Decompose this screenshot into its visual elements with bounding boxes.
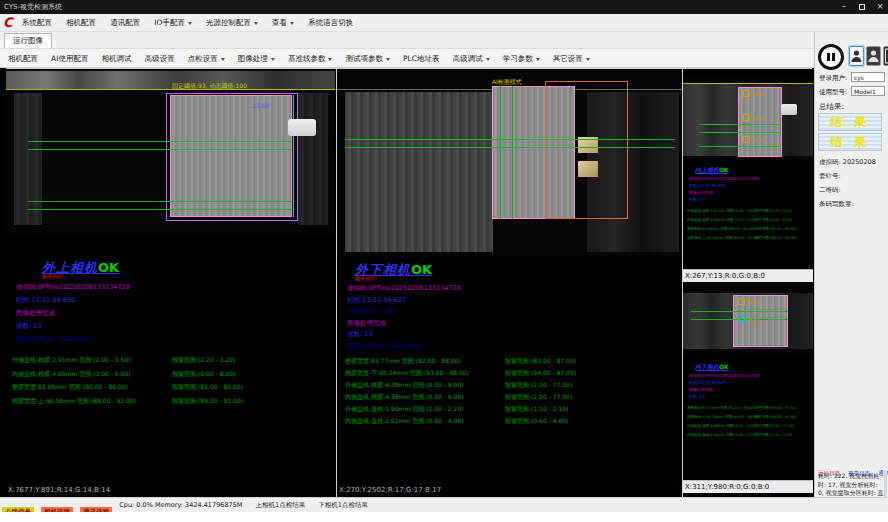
menu-io-config[interactable]: IO手配置 [154,14,192,32]
measurement-row: 外侧直线-直线:1.90mm 范围:(1.00 - 2.20)报警范围:(1.1… [345,403,680,415]
user-login-button[interactable] [849,46,864,66]
overlay-green-line [691,311,788,312]
overlay-green-line [28,209,292,210]
barcode-write-count-row: 条码写数量: [819,200,854,209]
tool-other-settings[interactable]: 其它设置 [553,49,590,69]
tool-ai-use-config[interactable]: AI使用配置 [51,49,88,69]
info-line: 图像处理完成 [689,189,759,196]
roi-value-label: 24.60 [752,116,763,121]
main-content: 固定阈值:93, 动态阈值:100 23.66 外上相机OK 触发拍照! 虚拟码… [0,68,814,497]
minimize-icon[interactable]: – [836,0,852,14]
tool-baseline-params[interactable]: 基准线参数 [288,49,333,69]
pixel-coordinate-readout: X:311;Y:980;R:0;G:0;B:0 [683,480,813,493]
camera-image-outer-upper[interactable]: 固定阈值:93, 动态阈值:100 23.66 [6,69,335,233]
roi-value-label: 23.66 [747,300,758,305]
connector-part [781,104,797,115]
machine-column [298,93,328,225]
overlay-green-line [699,132,781,133]
menu-language-switch[interactable]: 系统语言切换 [308,14,353,32]
tool-image-processing[interactable]: 图像处理 [238,49,275,69]
product-block [170,95,292,217]
camera-image-outer-lower[interactable]: AI检测模式 [337,69,682,256]
tool-test-params[interactable]: 测试项参数 [346,49,391,69]
pixel-coordinate-readout: X:7677;Y:891;R:14;G:14;B:14 [8,486,110,494]
info-line: 张数: 13 [16,320,130,333]
info-line: 时间:13-31-59-627 [689,379,759,386]
status-ok: OK [98,260,119,275]
pause-icon [827,53,830,61]
tool-camera-config[interactable]: 相机配置 [8,49,38,69]
overlay-yellow-line [6,89,335,90]
tool-advanced-debug[interactable]: 高级调试 [453,49,490,69]
app-window: CYS-视觉检测系统 – × C 系统配置 相机配置 通讯配置 IO手配置 光源… [0,0,888,522]
connector-part [288,119,316,136]
measurement-list: 整胶宽度:83.77mm 范围:(82.00 - 88.00)报警范围:(83.… [687,404,811,440]
maximize-icon[interactable] [854,0,870,14]
lower-camera-spotcheck-link[interactable]: 下相机1点检结果 [318,499,368,511]
dropdown-arrow-icon [271,58,275,61]
camera-image-inner-upper[interactable]: 23.66 24.60 23.60 [683,76,813,160]
result-display-1: 结 果 [818,113,882,131]
tool-plc-address-table[interactable]: PLC地址表 [403,49,439,69]
model-field[interactable]: Model1 [851,86,885,96]
overlay-green-line [28,201,292,202]
window-title: CYS-视觉检测系统 [4,0,62,14]
cpu-memory-readout: Cpu: 0.0% Memory: 3424.41796875M [119,499,242,511]
info-line: 时间:13-31-59-627 [347,295,461,307]
upper-camera-spotcheck-link[interactable]: 上相机1点检结果 [256,499,306,511]
measurement-row: 残胶宽度-下:95.24mm 范围:(93.00 - 98.00)报警范围:(9… [687,413,811,422]
info-line: 时间:13-31-59-650 [689,182,759,189]
dropdown-arrow-icon [536,58,540,61]
model-label: 使用型号: [819,88,847,97]
roi-cyan-box [738,315,745,322]
tool-spotcheck-settings[interactable]: 点检设置 [188,49,225,69]
menu-system-config[interactable]: 系统配置 [22,14,52,32]
exit-button[interactable] [883,46,888,66]
pause-button[interactable] [818,44,844,70]
measurement-row: 内侧直线-残胶:4.60mm 范围:(3.00 - 6.00)报警范围:(0.0… [12,367,332,381]
metal-clip [578,161,598,177]
app-logo-icon: C [3,15,17,30]
camera-image-inner-lower[interactable]: 23.66 24.60 [683,285,813,355]
camera-info-block: 虚拟码:0Ffline20250208133134728 时间:13-31-59… [347,283,461,352]
sidebar: 登录用户: cys 使用型号: Model1 总结果: 结 果 结 果 虚拟码:… [814,32,888,497]
info-line: 虚拟码:0Ffline20250208133134728 [16,281,130,294]
camera-panel-outer-lower: AI检测模式 外下相机OK 触发拍照! 虚拟码:0Ffline202502081… [337,69,682,497]
measurement-row: 残胶宽度-上:90.56mm 范围:(88.00 - 92.00)报警范围:(8… [687,234,811,243]
camera-info-block: 虚拟码:0Ffline20250208133134728 时间:13-31-59… [689,175,759,203]
user-manage-button[interactable] [866,46,881,66]
tool-camera-debug[interactable]: 相机调试 [102,49,132,69]
close-icon[interactable]: × [872,0,888,14]
menu-light-config[interactable]: 光源控制配置 [206,14,258,32]
roi-value-label: 24.60 [747,317,758,322]
measure-overlay-label: 23.66 [252,102,269,109]
dropdown-arrow-icon [586,58,590,61]
measurement-row: 内侧直线-直线:2.61mm 范围:(0.60 - 4.00)报警范围:(0.6… [345,415,680,427]
overlay-cyan-line [293,95,294,217]
overlay-green-line [345,147,675,148]
info-line: 虚拟码:0Ffline20250208133134728 [347,283,461,295]
measurement-list: 外侧直线-残胶:2.91mm 范围:(2.00 - 3.50)报警范围:(2.2… [687,207,811,243]
info-line: 图像处理耗时: 256.00ms [16,333,130,346]
person-icon [867,47,880,65]
overlay-green-vline [512,86,513,219]
machine-strip [6,71,335,89]
menu-camera-config[interactable]: 相机配置 [66,14,96,32]
login-user-field[interactable]: cys [851,72,885,82]
measurement-row: 内侧直线-残胶:4.38mm 范围:(0.00 - 9.00)报警范围:(2.0… [345,391,680,403]
info-line: 张数: 13 [347,329,461,341]
camera-panel-inner-upper: 23.66 24.60 23.60 内上相机OK 虚拟码:0Ffline2025… [683,76,813,282]
tab-run-image[interactable]: 运行图像 [4,33,52,48]
tool-learning-params[interactable]: 学习参数 [503,49,540,69]
status-bar: 心跳信号 相机连接 通讯连接 Cpu: 0.0% Memory: 3424.41… [0,497,888,512]
measurement-row: 外侧直线-残胶:2.91mm 范围:(2.00 - 3.50)报警范围:(2.2… [687,207,811,216]
roi-value-label: 23.60 [752,138,763,143]
tool-advanced-settings[interactable]: 高级设置 [145,49,175,69]
info-line: 图像处理耗时: 140.00ms [347,341,461,353]
overlay-green-vline [500,86,501,219]
toolbar: 相机配置 AI使用配置 相机调试 高级设置 点检设置 图像处理 基准线参数 测试… [0,48,814,68]
measurement-row: 外侧直线-残胶:2.91mm 范围:(2.00 - 3.50)报警范围:(2.2… [12,353,332,367]
menu-comm-config[interactable]: 通讯配置 [110,14,140,32]
menu-view[interactable]: 查看 [272,14,294,32]
result-display-2: 结 果 [818,133,882,151]
